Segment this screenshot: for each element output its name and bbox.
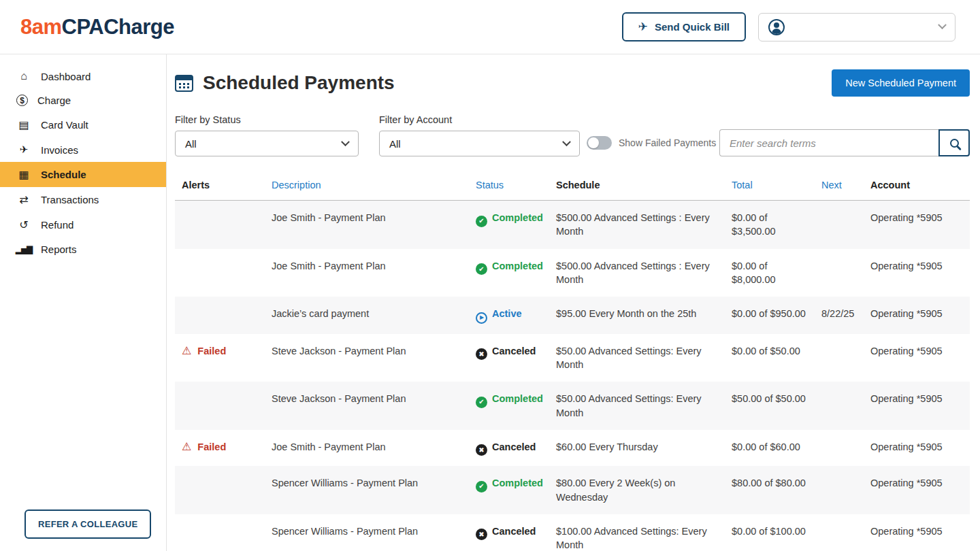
search-input[interactable]: [719, 129, 938, 156]
description-cell: Spencer Williams - Payment Plan: [265, 466, 469, 514]
status-cell: ✖Canceled: [469, 514, 549, 551]
home-icon: ⌂: [16, 70, 31, 82]
total-cell: $0.00 of $50.00: [725, 334, 815, 382]
show-failed-label: Show Failed Payments: [619, 137, 716, 148]
table-row[interactable]: Spencer Williams - Payment Plan ✔Complet…: [175, 466, 970, 514]
column-header-status[interactable]: Status: [469, 174, 549, 201]
description-cell: Spencer Williams - Payment Plan: [265, 514, 469, 551]
account-filter-value: All: [389, 138, 401, 150]
refer-a-colleague-button[interactable]: REFER A COLLEAGUE: [24, 510, 151, 539]
account-filter-select[interactable]: All: [379, 131, 580, 156]
status-icon: ✖: [476, 529, 487, 540]
sidebar-item-label: Card Vault: [41, 119, 88, 131]
sidebar-item-transactions[interactable]: ⇄ Transactions: [0, 187, 166, 212]
schedule-cell: $500.00 Advanced Settings : Every Month: [549, 249, 725, 297]
sidebar-item-invoices[interactable]: ✈ Invoices: [0, 137, 166, 162]
next-cell: [815, 514, 864, 551]
account-cell: Operating *5905: [864, 201, 970, 249]
show-failed-toggle[interactable]: [587, 136, 612, 150]
next-cell: 8/22/25: [815, 297, 864, 334]
sidebar-item-label: Reports: [41, 244, 77, 255]
failed-alert-icon: ⚠: [182, 346, 191, 356]
refund-icon: ↺: [16, 218, 31, 231]
alert-cell: [175, 249, 265, 297]
status-cell: ✔Completed: [469, 249, 549, 297]
send-quick-bill-button[interactable]: ✈ Send Quick Bill: [622, 12, 746, 41]
sidebar-item-charge[interactable]: $ Charge: [0, 88, 166, 112]
alert-cell: [175, 201, 265, 249]
account-cell: Operating *5905: [864, 466, 970, 514]
transactions-icon: ⇄: [16, 193, 31, 206]
show-failed-group: Show Failed Payments: [587, 136, 716, 150]
table-row[interactable]: Joe Smith - Payment Plan ✔Completed $500…: [175, 249, 970, 297]
status-label: Completed: [492, 393, 543, 404]
account-menu[interactable]: [758, 13, 956, 41]
total-cell: $0.00 of $60.00: [725, 430, 815, 467]
schedule-cell: $95.00 Every Month on the 25th: [549, 297, 725, 334]
page-title: Scheduled Payments: [203, 72, 395, 94]
sidebar-item-label: Transactions: [41, 194, 99, 205]
calendar-icon: [175, 75, 193, 92]
scheduled-payments-table: AlertsDescriptionStatusScheduleTotalNext…: [175, 174, 970, 551]
card-vault-icon: ▤: [16, 118, 31, 131]
status-icon: ✔: [476, 397, 487, 408]
sidebar-item-schedule[interactable]: ▦ Schedule: [0, 162, 166, 187]
chevron-down-icon: [341, 137, 350, 146]
table-row[interactable]: Jackie’s card payment ▶Active $95.00 Eve…: [175, 297, 970, 334]
alert-cell: [175, 514, 265, 551]
sidebar-item-dashboard[interactable]: ⌂ Dashboard: [0, 64, 166, 88]
status-label: Canceled: [492, 526, 536, 537]
schedule-cell: $50.00 Advanced Settings: Every Month: [549, 382, 725, 430]
next-cell: [815, 334, 864, 382]
status-icon: ✔: [476, 481, 487, 492]
schedule-cell: $60.00 Every Thursday: [549, 430, 725, 467]
alert-cell: [175, 382, 265, 430]
top-bar: 8amCPACharge ✈ Send Quick Bill: [0, 0, 980, 54]
status-cell: ✔Completed: [469, 466, 549, 514]
account-cell: Operating *5905: [864, 514, 970, 551]
status-cell: ✖Canceled: [469, 334, 549, 382]
next-cell: [815, 201, 864, 249]
column-header-alerts: Alerts: [175, 174, 265, 201]
invoices-icon: ✈: [16, 144, 31, 156]
toggle-knob: [588, 137, 599, 148]
status-cell: ✔Completed: [469, 201, 549, 249]
total-cell: $0.00 of $8,000.00: [725, 249, 815, 297]
table-row[interactable]: ⚠ Failed Joe Smith - Payment Plan ✖Cance…: [175, 430, 970, 467]
alert-cell: [175, 466, 265, 514]
column-header-next[interactable]: Next: [815, 174, 864, 201]
column-header-description[interactable]: Description: [265, 174, 469, 201]
column-header-schedule: Schedule: [549, 174, 725, 201]
sidebar-item-label: Charge: [37, 95, 71, 106]
table-body: Joe Smith - Payment Plan ✔Completed $500…: [175, 201, 970, 551]
new-scheduled-payment-button[interactable]: New Scheduled Payment: [832, 69, 970, 97]
table-row[interactable]: Joe Smith - Payment Plan ✔Completed $500…: [175, 201, 970, 249]
next-cell: [815, 249, 864, 297]
sidebar-item-refund[interactable]: ↺ Refund: [0, 212, 166, 237]
sidebar-item-card-vault[interactable]: ▤ Card Vault: [0, 112, 166, 137]
description-cell: Jackie’s card payment: [265, 297, 469, 334]
status-icon: ✔: [476, 263, 487, 275]
sidebar-item-reports[interactable]: ▂▅▇ Reports: [0, 237, 166, 261]
search-button[interactable]: [938, 129, 970, 156]
next-cell: [815, 430, 864, 467]
total-cell: $50.00 of $50.00: [725, 382, 815, 430]
logo-8am: 8am: [20, 15, 62, 39]
account-filter-label: Filter by Account: [379, 114, 580, 125]
sidebar-nav: ⌂ Dashboard $ Charge ▤ Card Vault ✈ Invo…: [0, 64, 166, 261]
search-group: [719, 129, 970, 156]
chevron-down-icon: [938, 20, 947, 29]
alert-cell: ⚠ Failed: [175, 334, 265, 382]
table-row[interactable]: ⚠ Failed Steve Jackson - Payment Plan ✖C…: [175, 334, 970, 382]
table-row[interactable]: Steve Jackson - Payment Plan ✔Completed …: [175, 382, 970, 430]
table-row[interactable]: Spencer Williams - Payment Plan ✖Cancele…: [175, 514, 970, 551]
total-cell: $80.00 of $80.00: [725, 466, 815, 514]
column-header-total[interactable]: Total: [725, 174, 815, 201]
logo-cpacharge: CPACharge: [62, 15, 174, 39]
status-filter-select[interactable]: All: [175, 131, 359, 156]
total-cell: $0.00 of $3,500.00: [725, 201, 815, 249]
sidebar-item-label: Dashboard: [41, 71, 91, 82]
sidebar-item-label: Invoices: [41, 144, 78, 156]
sidebar-item-label: Schedule: [41, 169, 86, 180]
topbar-actions: ✈ Send Quick Bill: [622, 12, 956, 41]
